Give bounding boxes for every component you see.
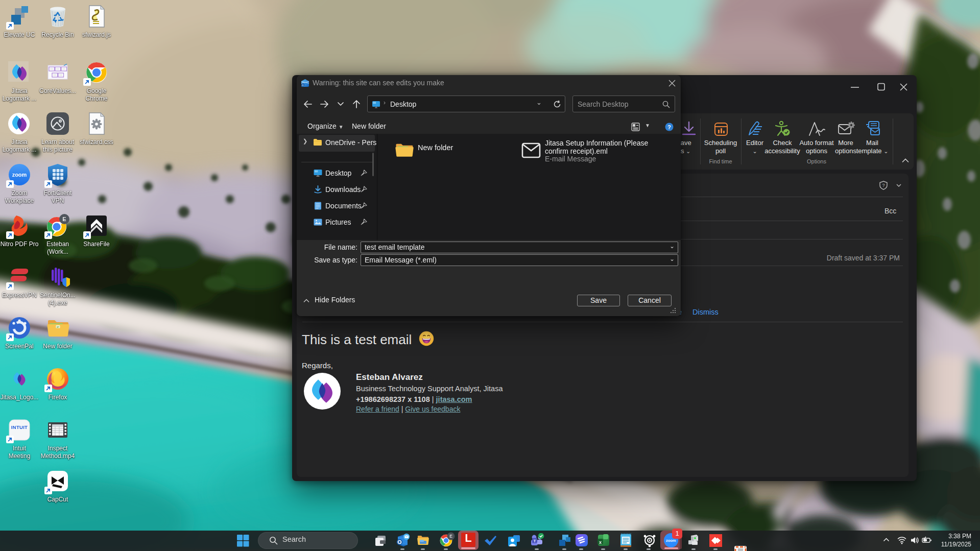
svg-text:INTUIT: INTUIT — [11, 424, 28, 430]
svg-text:zoom: zoom — [12, 172, 27, 178]
svg-text:?: ? — [882, 183, 885, 188]
svg-text:E: E — [62, 216, 66, 222]
svg-text:x: x — [599, 540, 602, 545]
svg-text:T: T — [534, 539, 536, 543]
svg-text:E: E — [449, 534, 452, 539]
svg-text:zoom: zoom — [666, 538, 676, 543]
svg-text:?: ? — [667, 124, 671, 130]
